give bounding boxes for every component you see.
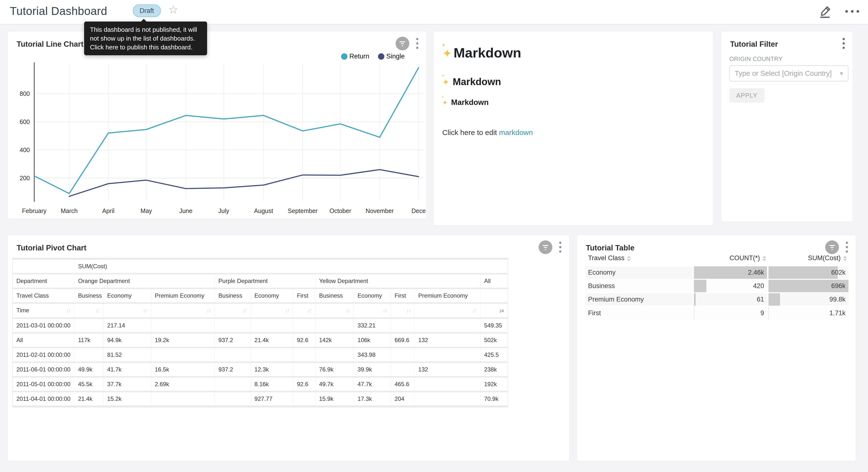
more-options-icon[interactable] [845,10,859,13]
svg-text:600: 600 [20,118,30,125]
markdown-card[interactable]: ✦✦ Markdown ✦✦ Markdown ✦✦ Markdown Clic… [434,32,713,225]
markdown-h1: ✦✦ Markdown [442,45,704,61]
pivot-value-cell: 669.6 [391,333,415,347]
pivot-value-cell [415,348,480,361]
sort-carets-icon[interactable] [843,256,847,261]
applied-filters-icon[interactable] [539,240,552,254]
column-header-count[interactable]: COUNT(*) [693,251,768,266]
pivot-value-cell: 502k [480,333,507,347]
page-title: Tutorial Dashboard [10,4,107,18]
pivot-value-cell [74,319,103,332]
pivot-value-cell [391,319,415,332]
column-header-sum-cost[interactable]: SUM(Cost) [768,251,848,266]
pivot-class-header [480,289,507,302]
pivot-value-cell [251,348,293,361]
origin-country-select[interactable]: Type or Select [Origin Country] ▾ [730,65,848,82]
pivot-value-cell [215,392,251,406]
sort-carets-icon[interactable] [763,256,766,261]
pivot-class-header: Business [315,289,354,302]
pivot-value-cell [251,319,293,332]
sort-icon[interactable]: ↓↑ [285,306,289,314]
pivot-value-cell: 15.2k [103,392,151,406]
edit-markdown-link[interactable]: markdown [499,128,533,137]
pivot-time-label: Time↓↑ [13,304,74,318]
svg-text:May: May [141,207,152,214]
legend-item-single[interactable]: Single [378,53,405,60]
sort-icon[interactable]: ↓↑ [383,306,387,314]
unpublished-tooltip: This dashboard is not published, it will… [84,22,207,55]
pivot-value-cell: 549.35 [480,319,507,332]
pivot-row-dim-label: Department [13,274,74,288]
filter-menu-icon[interactable] [841,36,846,50]
pivot-class-header: Economy [354,289,391,302]
pivot-measure-row: SUM(Cost) [13,260,507,273]
favorite-star-icon[interactable]: ☆ [168,3,178,16]
pivot-value-cell: 927.77 [251,392,293,406]
pivot-data-row: 2011-06-01 00:00:0049.9k41.7k16.5k937.21… [13,363,507,376]
pivot-value-cell: 132 [415,363,480,376]
sort-icon[interactable]: ↓↑ [406,306,411,314]
sort-icon[interactable]: ↓↑ [243,306,247,314]
sort-icon[interactable]: ↓↑ [143,306,147,314]
pivot-value-cell: 204 [391,392,415,406]
pivot-data-row: 2011-04-01 00:00:0021.4k15.2k927.7715.9k… [13,392,507,406]
pivot-value-cell: 142k [315,333,354,347]
tooltip-line: not show up in the list of dashboards. [90,34,201,43]
pivot-sort-cell: ↓↑ [315,304,354,318]
table-row: First 9 1.71k [585,306,848,320]
pivot-row-label: 2011-05-01 00:00:00 [13,378,74,391]
sort-icon[interactable]: ↓↑ [345,306,350,314]
svg-text:November: November [366,207,394,214]
pivot-value-cell: 217.14 [103,319,151,332]
edit-pencil-icon[interactable] [819,4,832,18]
legend-item-return[interactable]: Return [341,53,369,60]
pivot-value-cell: 47.7k [354,378,391,391]
travel-class-cell: Premium Economy [585,293,693,306]
count-cell: 420 [693,279,768,293]
pivot-value-cell [293,348,315,361]
pivot-measure-label: SUM(Cost) [74,260,507,273]
pivot-classes-row: Travel ClassBusinessEconomyPremium Econo… [13,289,507,302]
pivot-value-cell: 132 [415,333,480,347]
pivot-value-cell [391,348,415,361]
select-placeholder: Type or Select [Origin Country] [735,69,838,78]
filter-card: Tutorial Filter ORIGIN COUNTRY Type or S… [721,32,852,222]
pivot-value-cell: 12.3k [251,363,293,376]
pivot-value-cell: 343.98 [354,348,391,361]
sum-cell: 602k [768,266,848,279]
svg-text:April: April [102,207,115,214]
draft-status-badge[interactable]: Draft [133,4,161,17]
sort-icon[interactable]: ↓↑ [206,306,211,314]
table-row: Premium Economy 61 99.8k [585,293,848,306]
pivot-value-cell: 106k [354,333,391,347]
sparkles-icon: ✦✦ [442,98,448,107]
sort-icon[interactable]: ↓↑ [472,306,476,314]
pivot-value-cell [293,363,315,376]
svg-text:February: February [22,207,47,214]
sort-carets-icon[interactable] [627,256,631,261]
apply-button[interactable]: APPLY [730,88,764,102]
chevron-down-icon: ▾ [840,70,843,77]
pivot-row-label: 2011-02-01 00:00:00 [13,348,74,361]
pivot-value-cell: 81.52 [103,348,151,361]
sort-icon[interactable]: ↓↑ [95,306,99,314]
pivot-value-cell [415,378,480,391]
table-card: Tutorial Table Travel Class COUNT(*) SUM… [577,235,856,461]
sort-descending-icon[interactable]: ↓≡ [499,306,504,315]
svg-text:200: 200 [20,175,30,181]
column-header-travel-class[interactable]: Travel Class [585,251,693,266]
filter-title: Tutorial Filter [730,40,778,49]
sort-icon[interactable]: ↓↑ [307,306,311,314]
pivot-sort-cell: ↓↑ [74,304,103,318]
chart-menu-icon[interactable] [558,240,563,254]
pivot-value-cell [315,319,354,332]
svg-text:400: 400 [20,147,30,153]
pivot-value-cell: 238k [480,363,507,376]
pivot-row-label: 2011-06-01 00:00:00 [13,363,74,376]
svg-text:August: August [254,207,273,214]
pivot-value-cell: 8.16k [251,378,293,391]
tooltip-line: This dashboard is not published, it will [90,25,201,34]
table-row: Business 420 696k [585,279,848,293]
tutorial-table-body: Economy 2.46k 602k Business 420 696k Pre… [585,266,848,320]
sort-icon[interactable]: ↓↑ [66,306,70,314]
